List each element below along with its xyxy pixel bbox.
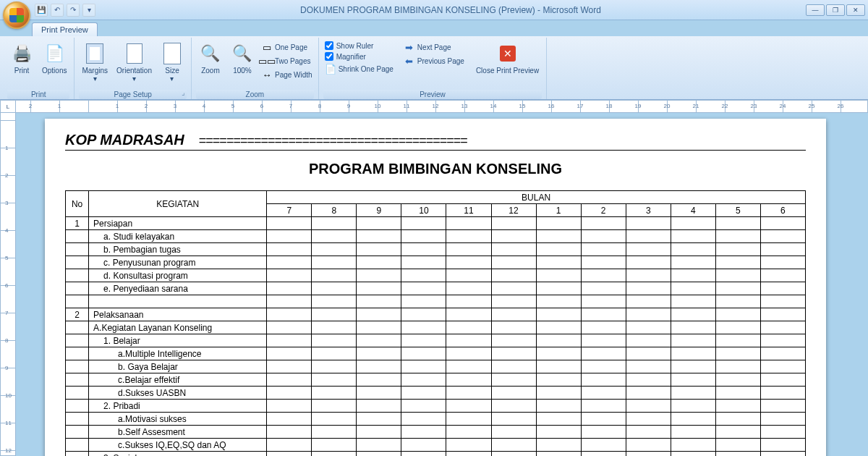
cell-month xyxy=(491,230,536,243)
group-label-print: Print xyxy=(7,90,69,99)
two-pages-button[interactable]: ▭▭Two Pages xyxy=(260,54,314,67)
cell-month xyxy=(715,243,760,256)
th-month: 1 xyxy=(536,204,581,217)
zoom-100-button[interactable]: 🔍 100% xyxy=(228,41,257,76)
magnifier-checkbox[interactable]: Magnifier xyxy=(323,51,395,62)
show-ruler-checkbox[interactable]: Show Ruler xyxy=(323,41,395,51)
cell-month xyxy=(491,426,536,439)
cell-month xyxy=(357,387,401,400)
table-row: 1. Belajar xyxy=(66,334,806,347)
one-page-button[interactable]: ▭One Page xyxy=(260,41,314,54)
cell-month xyxy=(760,217,805,230)
orientation-button[interactable]: Orientation▾ xyxy=(114,41,155,84)
cell-month xyxy=(581,452,626,457)
options-button[interactable]: 📄 Options xyxy=(39,41,69,76)
cell-month xyxy=(760,321,805,334)
cell-month xyxy=(491,308,536,321)
cell-month xyxy=(581,321,626,334)
size-button[interactable]: Size▾ xyxy=(158,41,187,84)
cell-month xyxy=(267,334,312,347)
close-preview-button[interactable]: ✕ Close Print Preview xyxy=(473,41,542,76)
cell-month xyxy=(312,230,357,243)
group-label-page-setup[interactable]: Page Setup xyxy=(79,90,187,99)
cell-month xyxy=(312,426,357,439)
cell-month xyxy=(491,282,536,295)
previous-page-button[interactable]: ⬅Previous Page xyxy=(402,54,466,67)
printer-icon: 🖨️ xyxy=(10,42,33,65)
document-area[interactable]: KOP MADRASAH============================… xyxy=(16,113,868,456)
cell-month xyxy=(357,217,401,230)
next-page-button[interactable]: ➡Next Page xyxy=(402,41,466,54)
minimize-button[interactable]: — xyxy=(806,4,825,16)
cell-month xyxy=(760,282,805,295)
cell-month xyxy=(671,282,715,295)
tab-print-preview[interactable]: Print Preview xyxy=(32,22,98,36)
cell-month xyxy=(536,334,581,347)
cell-month xyxy=(357,308,401,321)
prev-page-icon: ⬅ xyxy=(404,55,415,67)
page-width-icon: ↔ xyxy=(261,69,273,80)
cell-month xyxy=(446,282,491,295)
cell-month xyxy=(581,334,626,347)
cell-month xyxy=(446,217,491,230)
table-row: d. Konsultasi program xyxy=(66,269,806,282)
vertical-ruler[interactable]: 12345678910111213 xyxy=(0,113,16,456)
table-row: 3. Sosial xyxy=(66,452,806,457)
margins-icon xyxy=(83,42,106,65)
cell-month xyxy=(491,269,536,282)
window-title: DOKUMEN PROGRAM BIMBINGAN KONSELING (Pre… xyxy=(95,5,806,15)
group-label-zoom: Zoom xyxy=(196,90,314,99)
cell-month xyxy=(357,282,401,295)
print-button[interactable]: 🖨️ Print xyxy=(7,41,36,76)
cell-month xyxy=(267,308,312,321)
zoom-button[interactable]: 🔍 Zoom xyxy=(196,41,225,76)
cell-month xyxy=(581,243,626,256)
cell-month xyxy=(267,269,312,282)
cell-month xyxy=(671,400,715,413)
margins-button[interactable]: Margins▾ xyxy=(79,41,111,84)
cell-month xyxy=(312,360,357,373)
cell-month xyxy=(267,217,312,230)
cell-kegiatan: c.Belajar effektif xyxy=(89,373,267,387)
close-button[interactable]: ✕ xyxy=(846,4,865,16)
cell-month xyxy=(671,295,715,308)
shrink-icon: 📄 xyxy=(325,63,336,75)
cell-month xyxy=(760,439,805,452)
cell-no xyxy=(66,452,89,457)
cell-month xyxy=(267,230,312,243)
cell-month xyxy=(357,347,401,360)
close-icon: ✕ xyxy=(496,42,519,65)
table-row xyxy=(66,295,806,308)
cell-month xyxy=(671,230,715,243)
cell-month xyxy=(357,321,401,334)
cell-month xyxy=(312,334,357,347)
ribbon-tabs: Print Preview xyxy=(0,20,868,36)
title-bar: 💾 ↶ ↷ ▾ DOKUMEN PROGRAM BIMBINGAN KONSEL… xyxy=(0,0,868,20)
qat-undo-icon[interactable]: ↶ xyxy=(51,4,64,17)
table-row: b. Pembagian tugas xyxy=(66,243,806,256)
th-bulan: BULAN xyxy=(267,191,806,204)
cell-month xyxy=(401,243,446,256)
horizontal-ruler[interactable]: 2112345678910111213141516171819202122232… xyxy=(16,100,868,113)
table-row: b. Gaya Belajar xyxy=(66,360,806,373)
th-month: 5 xyxy=(715,204,760,217)
cell-no: 1 xyxy=(66,217,89,230)
shrink-one-page-button[interactable]: 📄Shrink One Page xyxy=(323,62,395,75)
cell-month xyxy=(267,282,312,295)
cell-no xyxy=(66,413,89,426)
office-button[interactable] xyxy=(3,1,30,29)
page-width-button[interactable]: ↔Page Width xyxy=(260,68,314,81)
cell-month xyxy=(312,256,357,269)
restore-button[interactable]: ❐ xyxy=(826,4,845,16)
th-kegiatan: KEGIATAN xyxy=(89,191,267,217)
cell-month xyxy=(446,452,491,457)
cell-month xyxy=(312,400,357,413)
qat-customize-icon[interactable]: ▾ xyxy=(82,4,95,17)
cell-month xyxy=(446,413,491,426)
cell-month xyxy=(536,360,581,373)
cell-kegiatan: b. Gaya Belajar xyxy=(89,360,267,373)
cell-month xyxy=(760,400,805,413)
qat-redo-icon[interactable]: ↷ xyxy=(67,4,80,17)
cell-month xyxy=(401,334,446,347)
qat-save-icon[interactable]: 💾 xyxy=(35,4,48,17)
